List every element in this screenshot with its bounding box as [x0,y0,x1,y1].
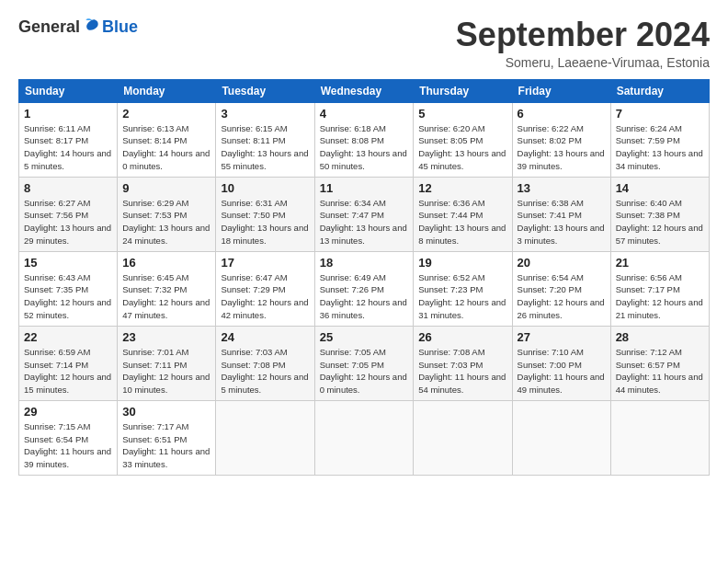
calendar-cell: 5Sunrise: 6:20 AMSunset: 8:05 PMDaylight… [414,102,512,177]
day-detail: Sunrise: 7:12 AMSunset: 6:57 PMDaylight:… [616,347,703,395]
day-detail: Sunrise: 6:18 AMSunset: 8:08 PMDaylight:… [320,123,407,171]
day-detail: Sunrise: 6:38 AMSunset: 7:41 PMDaylight:… [518,198,605,246]
day-number: 10 [221,181,309,195]
calendar-cell: 29Sunrise: 7:15 AMSunset: 6:54 PMDayligh… [19,400,118,475]
day-number: 5 [418,107,506,121]
location-subtitle: Someru, Laeaene-Virumaa, Estonia [456,55,710,70]
day-number: 14 [616,181,704,195]
header-monday: Monday [118,79,216,102]
day-number: 20 [518,256,606,270]
day-number: 11 [320,181,409,195]
day-detail: Sunrise: 6:49 AMSunset: 7:26 PMDaylight:… [320,272,407,320]
calendar-cell: 1Sunrise: 6:11 AMSunset: 8:17 PMDaylight… [19,102,118,177]
day-detail: Sunrise: 6:15 AMSunset: 8:11 PMDaylight:… [221,123,308,171]
day-detail: Sunrise: 7:10 AMSunset: 7:00 PMDaylight:… [518,347,605,395]
calendar-cell: 30Sunrise: 7:17 AMSunset: 6:51 PMDayligh… [118,400,216,475]
day-detail: Sunrise: 7:05 AMSunset: 7:05 PMDaylight:… [320,347,407,395]
calendar-cell: 20Sunrise: 6:54 AMSunset: 7:20 PMDayligh… [512,251,610,326]
day-detail: Sunrise: 6:13 AMSunset: 8:14 PMDaylight:… [122,123,210,171]
calendar-cell: 6Sunrise: 6:22 AMSunset: 8:02 PMDaylight… [512,102,610,177]
day-number: 19 [418,256,506,270]
header: General Blue September 2024 Someru, Laea… [18,17,710,70]
day-detail: Sunrise: 7:01 AMSunset: 7:11 PMDaylight:… [122,347,210,395]
day-detail: Sunrise: 6:11 AMSunset: 8:17 PMDaylight:… [24,123,111,171]
calendar-cell: 8Sunrise: 6:27 AMSunset: 7:56 PMDaylight… [19,177,118,251]
calendar-cell: 10Sunrise: 6:31 AMSunset: 7:50 PMDayligh… [216,177,314,251]
day-number: 13 [518,181,606,195]
calendar-cell: 12Sunrise: 6:36 AMSunset: 7:44 PMDayligh… [414,177,512,251]
calendar-cell: 23Sunrise: 7:01 AMSunset: 7:11 PMDayligh… [118,326,216,400]
day-number: 26 [418,330,506,344]
calendar-cell: 22Sunrise: 6:59 AMSunset: 7:14 PMDayligh… [19,326,118,400]
calendar-cell: 9Sunrise: 6:29 AMSunset: 7:53 PMDaylight… [118,177,216,251]
day-number: 7 [616,107,704,121]
day-detail: Sunrise: 7:08 AMSunset: 7:03 PMDaylight:… [418,347,506,395]
logo-blue-text: Blue [102,17,138,37]
calendar-cell: 14Sunrise: 6:40 AMSunset: 7:38 PMDayligh… [610,177,709,251]
day-detail: Sunrise: 6:27 AMSunset: 7:56 PMDaylight:… [24,198,111,246]
day-number: 6 [518,107,606,121]
day-detail: Sunrise: 7:17 AMSunset: 6:51 PMDaylight:… [122,421,210,469]
page: General Blue September 2024 Someru, Laea… [0,0,728,563]
calendar-cell: 17Sunrise: 6:47 AMSunset: 7:29 PMDayligh… [216,251,314,326]
day-number: 25 [320,330,409,344]
header-tuesday: Tuesday [216,79,314,102]
day-number: 16 [122,256,210,270]
calendar-week-row: 15Sunrise: 6:43 AMSunset: 7:35 PMDayligh… [19,251,710,326]
day-number: 21 [616,256,704,270]
calendar-cell: 26Sunrise: 7:08 AMSunset: 7:03 PMDayligh… [414,326,512,400]
day-number: 24 [221,330,309,344]
calendar-cell: 3Sunrise: 6:15 AMSunset: 8:11 PMDaylight… [216,102,314,177]
day-number: 2 [122,107,210,121]
day-detail: Sunrise: 6:45 AMSunset: 7:32 PMDaylight:… [122,272,210,320]
header-saturday: Saturday [610,79,709,102]
calendar-cell: 2Sunrise: 6:13 AMSunset: 8:14 PMDaylight… [118,102,216,177]
calendar-cell: 15Sunrise: 6:43 AMSunset: 7:35 PMDayligh… [19,251,118,326]
calendar-cell: 21Sunrise: 6:56 AMSunset: 7:17 PMDayligh… [610,251,709,326]
day-number: 9 [122,181,210,195]
calendar-week-row: 29Sunrise: 7:15 AMSunset: 6:54 PMDayligh… [19,400,710,475]
day-detail: Sunrise: 6:20 AMSunset: 8:05 PMDaylight:… [418,123,506,171]
calendar-cell: 28Sunrise: 7:12 AMSunset: 6:57 PMDayligh… [610,326,709,400]
day-number: 18 [320,256,409,270]
title-section: September 2024 Someru, Laeaene-Virumaa, … [456,17,710,70]
month-title: September 2024 [456,17,710,53]
calendar-header-row: Sunday Monday Tuesday Wednesday Thursday… [19,79,710,102]
calendar-cell: 24Sunrise: 7:03 AMSunset: 7:08 PMDayligh… [216,326,314,400]
calendar-cell [512,400,610,475]
day-detail: Sunrise: 6:34 AMSunset: 7:47 PMDaylight:… [320,198,407,246]
calendar-cell: 11Sunrise: 6:34 AMSunset: 7:47 PMDayligh… [314,177,414,251]
logo: General Blue [18,17,138,37]
calendar-table: Sunday Monday Tuesday Wednesday Thursday… [18,79,710,476]
day-number: 29 [24,405,112,419]
header-wednesday: Wednesday [314,79,414,102]
day-detail: Sunrise: 6:24 AMSunset: 7:59 PMDaylight:… [616,123,703,171]
logo-general-text: General [18,17,80,37]
calendar-week-row: 1Sunrise: 6:11 AMSunset: 8:17 PMDaylight… [19,102,710,177]
day-number: 12 [418,181,506,195]
day-number: 3 [221,107,309,121]
day-detail: Sunrise: 6:56 AMSunset: 7:17 PMDaylight:… [616,272,703,320]
day-detail: Sunrise: 6:43 AMSunset: 7:35 PMDaylight:… [24,272,111,320]
day-number: 23 [122,330,210,344]
calendar-cell: 7Sunrise: 6:24 AMSunset: 7:59 PMDaylight… [610,102,709,177]
day-number: 27 [518,330,606,344]
calendar-cell: 25Sunrise: 7:05 AMSunset: 7:05 PMDayligh… [314,326,414,400]
calendar-cell [216,400,314,475]
calendar-week-row: 22Sunrise: 6:59 AMSunset: 7:14 PMDayligh… [19,326,710,400]
day-detail: Sunrise: 6:36 AMSunset: 7:44 PMDaylight:… [418,198,506,246]
day-number: 4 [320,107,409,121]
day-detail: Sunrise: 6:40 AMSunset: 7:38 PMDaylight:… [616,198,703,246]
day-detail: Sunrise: 6:47 AMSunset: 7:29 PMDaylight:… [221,272,308,320]
day-detail: Sunrise: 6:22 AMSunset: 8:02 PMDaylight:… [518,123,605,171]
day-detail: Sunrise: 6:59 AMSunset: 7:14 PMDaylight:… [24,347,111,395]
logo-bird-icon [82,17,102,37]
day-detail: Sunrise: 6:54 AMSunset: 7:20 PMDaylight:… [518,272,605,320]
day-detail: Sunrise: 7:03 AMSunset: 7:08 PMDaylight:… [221,347,308,395]
day-number: 15 [24,256,112,270]
day-number: 28 [616,330,704,344]
day-number: 22 [24,330,112,344]
calendar-cell: 27Sunrise: 7:10 AMSunset: 7:00 PMDayligh… [512,326,610,400]
day-number: 1 [24,107,112,121]
calendar-cell: 4Sunrise: 6:18 AMSunset: 8:08 PMDaylight… [314,102,414,177]
